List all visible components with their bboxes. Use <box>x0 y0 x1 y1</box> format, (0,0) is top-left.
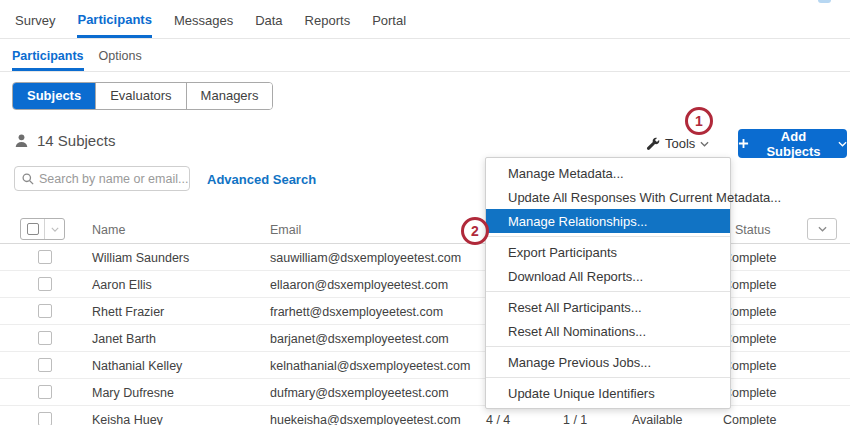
annotation-step-1: 1 <box>685 107 713 135</box>
topnav-item-messages[interactable]: Messages <box>174 0 233 38</box>
add-subjects-button[interactable]: Add Subjects <box>738 129 847 158</box>
menu-item-update-all-responses[interactable]: Update All Responses With Current Metada… <box>486 185 730 209</box>
cell-status: Complete <box>723 278 777 292</box>
cell-email: sauwilliam@dsxemployeetest.com <box>270 251 461 265</box>
cell-name: William Saunders <box>92 251 189 265</box>
topnav-item-survey[interactable]: Survey <box>15 0 55 38</box>
column-settings-button[interactable] <box>807 218 837 240</box>
cell-status: Complete <box>723 413 777 425</box>
menu-item-download-all-reports[interactable]: Download All Reports... <box>486 264 730 288</box>
tools-button-label: Tools <box>665 136 695 151</box>
search-input[interactable] <box>39 172 189 186</box>
add-subjects-label: Add Subjects <box>755 129 832 159</box>
subjects-count: 14 Subjects <box>14 132 115 149</box>
cell-email: huekeisha@dsxemployeetest.com <box>270 413 461 425</box>
cell-email: barjanet@dsxemployeetest.com <box>270 332 449 346</box>
row-checkbox[interactable] <box>38 331 52 345</box>
topnav-item-data[interactable]: Data <box>255 0 282 38</box>
cell-email: ellaaron@dsxemployeetest.com <box>270 278 448 292</box>
chevron-down-icon <box>838 141 847 147</box>
advanced-search-link[interactable]: Advanced Search <box>207 172 316 187</box>
row-checkbox[interactable] <box>38 304 52 318</box>
sub-nav: Participants Options <box>0 39 850 72</box>
menu-item-export-participants[interactable]: Export Participants <box>486 240 730 264</box>
row-checkbox[interactable] <box>38 385 52 399</box>
cell-name: Mary Dufresne <box>92 386 174 400</box>
participants-page: Survey Participants Messages Data Report… <box>0 0 850 425</box>
cell-name: Nathanial Kelley <box>92 359 182 373</box>
wrench-icon <box>646 137 660 151</box>
cell-status: Complete <box>723 305 777 319</box>
chevron-down-icon <box>818 226 827 232</box>
select-all-dropdown[interactable] <box>45 219 64 239</box>
cropped-toolbar-icon <box>818 0 831 3</box>
menu-separator <box>486 236 730 237</box>
cell-availability: Available <box>632 413 683 425</box>
menu-item-update-unique-identifiers[interactable]: Update Unique Identifiers <box>486 381 730 405</box>
menu-item-manage-previous-jobs[interactable]: Manage Previous Jobs... <box>486 350 730 374</box>
menu-item-manage-relationships[interactable]: Manage Relationships... <box>486 209 730 233</box>
person-icon <box>14 133 29 148</box>
cell-name: Aaron Ellis <box>92 278 152 292</box>
select-all-checkbox[interactable] <box>21 219 45 239</box>
topnav-item-participants[interactable]: Participants <box>77 0 151 38</box>
search-icon <box>22 173 34 185</box>
annotation-step-2: 2 <box>461 217 489 245</box>
cell-status: Complete <box>723 251 777 265</box>
participant-type-segments: Subjects Evaluators Managers <box>12 82 273 110</box>
chevron-down-icon <box>700 141 709 147</box>
menu-separator <box>486 291 730 292</box>
select-all-control[interactable] <box>20 218 65 240</box>
cell-name: Rhett Frazier <box>92 305 164 319</box>
plus-icon <box>738 138 749 149</box>
row-checkbox[interactable] <box>38 358 52 372</box>
row-checkbox[interactable] <box>38 250 52 264</box>
column-header-name[interactable]: Name <box>92 223 125 237</box>
cell-email: dufmary@dsxemployeetest.com <box>270 386 449 400</box>
cell-status: Complete <box>723 332 777 346</box>
cell-email: frarhett@dsxemployeetest.com <box>270 305 443 319</box>
menu-item-reset-all-nominations[interactable]: Reset All Nominations... <box>486 319 730 343</box>
cell-metric-2: 1 / 1 <box>563 413 587 425</box>
menu-separator <box>486 377 730 378</box>
tools-button[interactable]: Tools <box>646 136 709 151</box>
row-checkbox[interactable] <box>38 412 52 425</box>
subnav-item-participants[interactable]: Participants <box>12 39 84 71</box>
subnav-item-options[interactable]: Options <box>99 39 142 71</box>
cell-name: Keisha Huey <box>92 413 163 425</box>
menu-item-manage-metadata[interactable]: Manage Metadata... <box>486 161 730 185</box>
column-header-email[interactable]: Email <box>270 223 301 237</box>
segment-evaluators[interactable]: Evaluators <box>95 83 185 109</box>
segment-managers[interactable]: Managers <box>186 83 273 109</box>
cell-email: kelnathanial@dsxemployeetest.com <box>270 359 470 373</box>
menu-separator <box>486 346 730 347</box>
column-header-status[interactable]: Status <box>735 223 770 237</box>
subjects-count-label: 14 Subjects <box>37 132 115 149</box>
row-checkbox[interactable] <box>38 277 52 291</box>
topnav-item-reports[interactable]: Reports <box>305 0 351 38</box>
tools-menu: Manage Metadata... Update All Responses … <box>485 157 731 409</box>
cell-status: Complete <box>723 386 777 400</box>
cell-status: Complete <box>723 359 777 373</box>
segment-subjects[interactable]: Subjects <box>13 83 95 109</box>
topnav-item-portal[interactable]: Portal <box>372 0 406 38</box>
top-nav: Survey Participants Messages Data Report… <box>0 0 850 39</box>
menu-item-reset-all-participants[interactable]: Reset All Participants... <box>486 295 730 319</box>
cell-name: Janet Barth <box>92 332 156 346</box>
cell-metric-1: 4 / 4 <box>486 413 510 425</box>
search-box <box>14 166 190 191</box>
